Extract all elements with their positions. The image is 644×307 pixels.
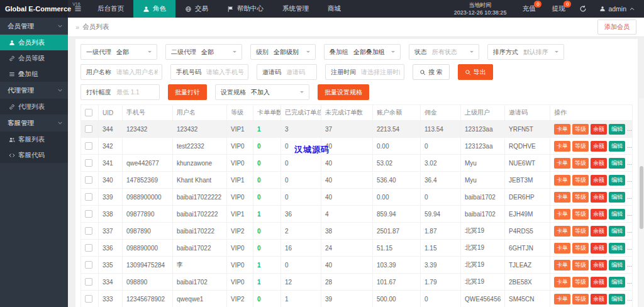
sidebar-item[interactable]: 代理管理 (0, 82, 68, 99)
row-action-balance-button[interactable]: 余额 (591, 141, 607, 152)
top-nav-item[interactable]: 系统管理 (273, 0, 318, 18)
row-action-card-order-button[interactable]: 卡单 (554, 192, 570, 203)
row-action-balance-button[interactable]: 余额 (591, 175, 607, 186)
row-action-balance-button[interactable]: 余额 (591, 277, 607, 287)
sidebar-item[interactable]: 会员列表 (0, 35, 68, 50)
row-more-button[interactable]: ... (627, 142, 632, 149)
filter-select[interactable]: 叠加组 全部叠加组 (324, 44, 401, 60)
row-action-card-order-button[interactable]: 卡单 (554, 175, 570, 186)
scrollbar-thumb[interactable] (640, 166, 643, 229)
filter-select[interactable]: 二级代理 全部 (165, 44, 242, 60)
row-action-edit-button[interactable]: 编辑 (609, 294, 625, 304)
injection-range-input[interactable] (116, 89, 159, 96)
row-action-edit-button[interactable]: 编辑 (609, 141, 625, 152)
sidebar-item[interactable]: 客服管理 (0, 114, 68, 131)
row-checkbox[interactable] (85, 261, 92, 269)
filter-select[interactable]: 一级代理 全部 (80, 44, 157, 60)
row-action-edit-button[interactable]: 编辑 (609, 209, 625, 220)
row-more-button[interactable]: ... (627, 176, 632, 183)
sidebar-item[interactable]: 会员管理 (0, 18, 68, 35)
row-action-balance-button[interactable]: 余额 (591, 260, 607, 271)
row-action-edit-button[interactable]: 编辑 (609, 192, 625, 203)
row-checkbox[interactable] (85, 295, 92, 303)
filter-select[interactable]: 状态 所有状态 (409, 44, 479, 60)
row-more-button[interactable]: ... (627, 278, 632, 285)
row-action-level-button[interactable]: 等级 (572, 175, 589, 186)
row-checkbox[interactable] (85, 142, 92, 150)
add-member-button[interactable]: 添加会员 (597, 20, 636, 35)
row-action-balance-button[interactable]: 余额 (591, 243, 607, 254)
spec-select[interactable]: 设置规格 不加入 (215, 84, 309, 100)
row-action-edit-button[interactable]: 编辑 (609, 158, 625, 169)
row-action-level-button[interactable]: 等级 (572, 192, 589, 203)
top-nav-item[interactable]: 商城 (318, 0, 350, 18)
row-action-edit-button[interactable]: 编辑 (609, 277, 625, 287)
withdraw-link[interactable]: 提现 0 (543, 0, 573, 18)
row-action-card-order-button[interactable]: 卡单 (554, 226, 570, 237)
row-action-edit-button[interactable]: 编辑 (609, 243, 625, 254)
row-action-card-order-button[interactable]: 卡单 (554, 243, 570, 254)
row-action-card-order-button[interactable]: 卡单 (554, 294, 570, 304)
user-menu[interactable]: admin (593, 0, 644, 18)
filter-input[interactable] (206, 69, 248, 75)
row-action-balance-button[interactable]: 余额 (591, 226, 607, 237)
refresh-icon[interactable] (573, 0, 593, 18)
top-nav-item[interactable]: 后台首页 (88, 0, 133, 18)
row-action-edit-button[interactable]: 编辑 (609, 226, 625, 237)
menu-toggle-icon[interactable] (68, 0, 88, 18)
row-checkbox[interactable] (85, 244, 92, 252)
scrollbar[interactable] (639, 98, 644, 307)
search-button[interactable]: 搜 索 (413, 64, 450, 80)
batch-spec-button[interactable]: 批量设置规格 (318, 84, 369, 100)
row-checkbox[interactable] (85, 210, 92, 218)
row-action-level-button[interactable]: 等级 (572, 243, 589, 254)
row-action-balance-button[interactable]: 余额 (591, 158, 607, 169)
filter-select[interactable]: 级别 全部级别 (250, 44, 316, 60)
sidebar-item[interactable]: 客服列表 (0, 131, 68, 147)
row-checkbox[interactable] (85, 176, 92, 184)
row-action-card-order-button[interactable]: 卡单 (554, 209, 570, 220)
row-action-level-button[interactable]: 等级 (572, 260, 589, 271)
row-more-button[interactable]: ... (627, 210, 632, 217)
recharge-link[interactable]: 充值 0 (514, 0, 543, 18)
top-nav-item[interactable]: 交易 (175, 0, 218, 18)
row-action-card-order-button[interactable]: 卡单 (554, 141, 570, 152)
row-action-edit-button[interactable]: 编辑 (609, 175, 625, 186)
batch-injection-button[interactable]: 批量打针 (168, 84, 207, 100)
row-more-button[interactable]: ... (627, 125, 632, 132)
row-more-button[interactable]: ... (627, 227, 632, 234)
row-action-level-button[interactable]: 等级 (572, 124, 589, 135)
row-action-balance-button[interactable]: 余额 (591, 209, 607, 220)
row-action-level-button[interactable]: 等级 (572, 141, 589, 152)
top-nav-item[interactable]: 帮助中心 (218, 0, 273, 18)
row-more-button[interactable]: ... (627, 261, 632, 268)
sidebar-item[interactable]: 会员等级 (0, 50, 68, 66)
sidebar-item[interactable]: 代理列表 (0, 99, 68, 114)
row-action-balance-button[interactable]: 余额 (591, 294, 607, 304)
row-checkbox[interactable] (85, 159, 92, 167)
row-action-balance-button[interactable]: 余额 (591, 124, 607, 135)
row-checkbox[interactable] (85, 227, 92, 235)
row-action-edit-button[interactable]: 编辑 (609, 260, 625, 271)
row-action-card-order-button[interactable]: 卡单 (554, 124, 570, 135)
filter-input[interactable] (361, 69, 404, 75)
row-more-button[interactable]: ... (627, 295, 632, 302)
row-more-button[interactable]: ... (627, 193, 632, 200)
filter-input[interactable] (116, 69, 162, 75)
row-action-card-order-button[interactable]: 卡单 (554, 260, 570, 271)
row-more-button[interactable]: ... (627, 244, 632, 251)
select-all-checkbox[interactable] (85, 109, 92, 116)
row-action-level-button[interactable]: 等级 (572, 209, 589, 220)
row-action-level-button[interactable]: 等级 (572, 158, 589, 169)
sidebar-item[interactable]: 叠加组 (0, 66, 68, 82)
row-action-card-order-button[interactable]: 卡单 (554, 277, 570, 287)
row-action-level-button[interactable]: 等级 (572, 294, 589, 304)
row-more-button[interactable]: ... (627, 159, 632, 166)
sidebar-item[interactable]: 客服代码 (0, 147, 68, 163)
row-action-balance-button[interactable]: 余额 (591, 192, 607, 203)
filter-input[interactable] (286, 69, 316, 75)
row-checkbox[interactable] (85, 278, 92, 286)
row-action-level-button[interactable]: 等级 (572, 226, 589, 237)
export-button[interactable]: 导出 (458, 64, 493, 80)
row-action-card-order-button[interactable]: 卡单 (554, 158, 570, 169)
